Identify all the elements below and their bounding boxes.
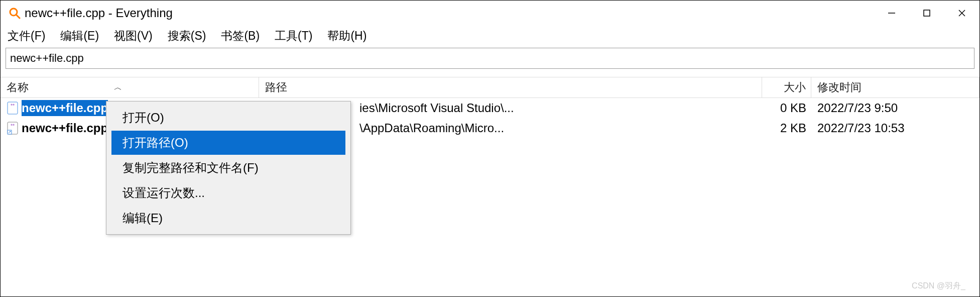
column-header-path[interactable]: 路径 [259, 77, 762, 97]
close-button[interactable] [944, 1, 979, 26]
titlebar: newc++file.cpp - Everything [1, 1, 979, 26]
file-name: newc++file.cpp [22, 121, 108, 135]
menu-file[interactable]: 文件(F) [8, 28, 45, 44]
column-headers: 名称 ︿ 路径 大小 修改时间 [1, 77, 979, 98]
svg-rect-3 [924, 10, 930, 16]
file-name: newc++file.cpp [22, 100, 108, 116]
cpp-file-icon: ++ [7, 101, 19, 115]
menu-view[interactable]: 视图(V) [114, 28, 153, 44]
context-menu-open-path[interactable]: 打开路径(O) [111, 131, 345, 155]
svg-line-1 [16, 15, 20, 18]
minimize-button[interactable] [874, 1, 909, 26]
shortcut-file-icon: ++ [7, 121, 19, 135]
column-header-modified-label: 修改时间 [817, 80, 862, 95]
search-bar [6, 48, 974, 69]
maximize-button[interactable] [909, 1, 944, 26]
menu-bookmarks[interactable]: 书签(B) [221, 28, 260, 44]
context-menu-copy-full-path[interactable]: 复制完整路径和文件名(F) [111, 156, 345, 180]
svg-text:++: ++ [11, 123, 15, 127]
menu-search[interactable]: 搜索(S) [168, 28, 206, 44]
menu-tools[interactable]: 工具(T) [275, 28, 312, 44]
close-icon [958, 9, 966, 17]
column-header-size[interactable]: 大小 [762, 77, 811, 97]
context-menu-edit[interactable]: 编辑(E) [111, 206, 345, 230]
svg-text:++: ++ [11, 103, 15, 107]
file-modified: 2022/7/23 10:53 [811, 118, 979, 138]
file-size: 2 KB [762, 118, 811, 138]
column-header-modified[interactable]: 修改时间 [811, 77, 979, 97]
file-modified: 2022/7/23 9:50 [811, 98, 979, 118]
window-title: newc++file.cpp - Everything [25, 6, 173, 20]
watermark: CSDN @羽舟_ [912, 281, 965, 291]
column-header-size-label: 大小 [784, 80, 806, 95]
menu-help[interactable]: 帮助(H) [327, 28, 366, 44]
search-input[interactable] [6, 48, 974, 69]
minimize-icon [888, 9, 896, 17]
column-header-name[interactable]: 名称 ︿ [1, 77, 259, 97]
context-menu: 打开(O) 打开路径(O) 复制完整路径和文件名(F) 设置运行次数... 编辑… [106, 101, 351, 235]
context-menu-open[interactable]: 打开(O) [111, 106, 345, 130]
maximize-icon [923, 10, 930, 17]
sort-ascending-icon: ︿ [114, 82, 122, 93]
menu-edit[interactable]: 编辑(E) [60, 28, 99, 44]
menubar: 文件(F) 编辑(E) 视图(V) 搜索(S) 书签(B) 工具(T) 帮助(H… [1, 26, 979, 46]
app-icon [9, 7, 21, 19]
context-menu-set-run-count[interactable]: 设置运行次数... [111, 181, 345, 205]
file-size: 0 KB [762, 98, 811, 118]
column-header-path-label: 路径 [265, 80, 287, 95]
window-controls [874, 1, 979, 26]
column-header-name-label: 名称 [7, 80, 29, 95]
